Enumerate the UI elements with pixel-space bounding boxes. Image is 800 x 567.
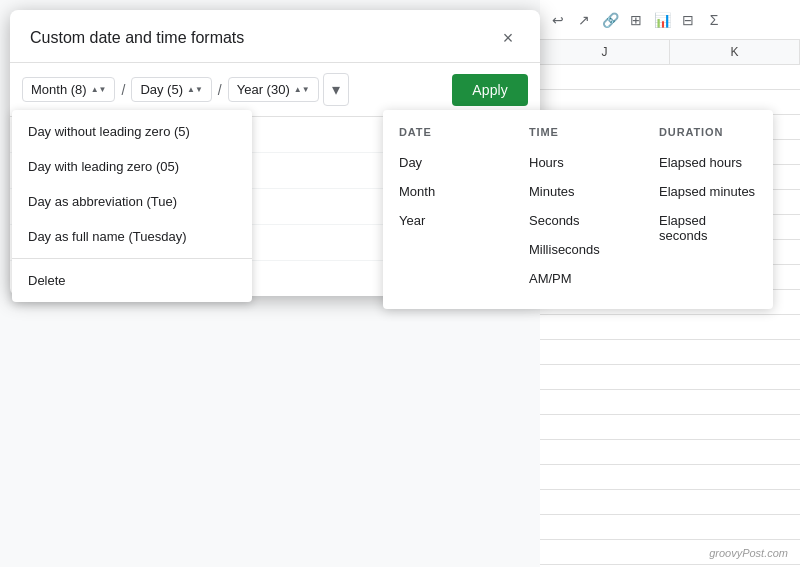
dtd-panel: DATE Day Month Year TIME Hours Minutes S…	[383, 110, 773, 309]
chart-icon[interactable]: 📊	[652, 10, 672, 30]
time-item-ampm[interactable]: AM/PM	[525, 264, 631, 293]
apply-button[interactable]: Apply	[452, 74, 528, 106]
separator-2: /	[216, 82, 224, 98]
day-option-abbreviation[interactable]: Day as abbreviation (Tue)	[12, 184, 252, 219]
date-column-header: DATE	[395, 122, 501, 148]
month-spinner[interactable]: ▲▼	[91, 86, 107, 94]
day-option-no-leading-zero[interactable]: Day without leading zero (5)	[12, 114, 252, 149]
time-column-header: TIME	[525, 122, 631, 148]
delete-option[interactable]: Delete	[12, 263, 252, 298]
separator-1: /	[119, 82, 127, 98]
format-bar: Month (8) ▲▼ / Day (5) ▲▼ / Year (30) ▲▼…	[10, 63, 540, 117]
col-header-k: K	[670, 40, 800, 64]
time-column: TIME Hours Minutes Seconds Milliseconds …	[513, 122, 643, 293]
time-item-minutes[interactable]: Minutes	[525, 177, 631, 206]
date-item-year[interactable]: Year	[395, 206, 501, 235]
day-spinner[interactable]: ▲▼	[187, 86, 203, 94]
col-header-j: J	[540, 40, 670, 64]
time-item-hours[interactable]: Hours	[525, 148, 631, 177]
month-token-label: Month (8)	[31, 82, 87, 97]
filter-icon[interactable]: ⊟	[678, 10, 698, 30]
date-column: DATE Day Month Year	[383, 122, 513, 293]
dialog-header: Custom date and time formats ×	[10, 10, 540, 63]
sum-icon[interactable]: Σ	[704, 10, 724, 30]
duration-item-elapsed-minutes[interactable]: Elapsed minutes	[655, 177, 761, 206]
duration-column: DURATION Elapsed hours Elapsed minutes E…	[643, 122, 773, 293]
link-icon[interactable]: 🔗	[600, 10, 620, 30]
day-option-full-name[interactable]: Day as full name (Tuesday)	[12, 219, 252, 254]
watermark: groovyPost.com	[709, 547, 788, 559]
time-item-seconds[interactable]: Seconds	[525, 206, 631, 235]
dtd-columns: DATE Day Month Year TIME Hours Minutes S…	[383, 122, 773, 293]
time-item-milliseconds[interactable]: Milliseconds	[525, 235, 631, 264]
day-token-label: Day (5)	[140, 82, 183, 97]
day-dropdown: Day without leading zero (5) Day with le…	[12, 110, 252, 302]
day-token[interactable]: Day (5) ▲▼	[131, 77, 211, 102]
duration-item-elapsed-seconds[interactable]: Elapsed seconds	[655, 206, 761, 250]
toolbar-strip: ↩ ↗ 🔗 ⊞ 📊 ⊟ Σ	[540, 0, 800, 40]
duration-column-header: DURATION	[655, 122, 761, 148]
arrow-icon[interactable]: ↗	[574, 10, 594, 30]
year-spinner[interactable]: ▲▼	[294, 86, 310, 94]
close-button[interactable]: ×	[496, 26, 520, 50]
day-option-leading-zero[interactable]: Day with leading zero (05)	[12, 149, 252, 184]
duration-item-elapsed-hours[interactable]: Elapsed hours	[655, 148, 761, 177]
year-token[interactable]: Year (30) ▲▼	[228, 77, 319, 102]
date-item-day[interactable]: Day	[395, 148, 501, 177]
col-headers: J K	[540, 40, 800, 65]
insert-icon[interactable]: ⊞	[626, 10, 646, 30]
dropdown-divider	[12, 258, 252, 259]
month-token[interactable]: Month (8) ▲▼	[22, 77, 115, 102]
date-item-month[interactable]: Month	[395, 177, 501, 206]
more-button[interactable]: ▾	[323, 73, 349, 106]
undo-icon[interactable]: ↩	[548, 10, 568, 30]
year-token-label: Year (30)	[237, 82, 290, 97]
dialog-title: Custom date and time formats	[30, 29, 244, 47]
